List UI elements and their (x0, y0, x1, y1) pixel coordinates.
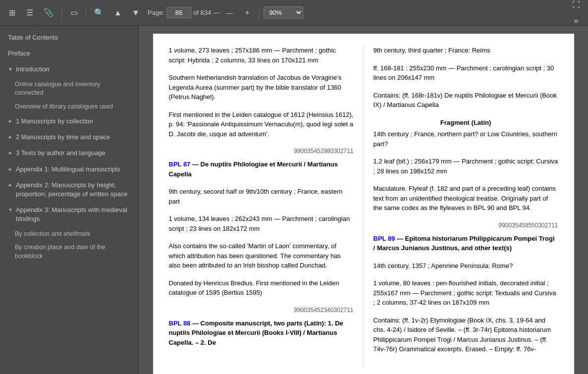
sidebar-section: ► Appendix 1: Multilingual manuscripts (8, 165, 130, 174)
block-bpl88: BPL 88 — Composite manuscript, two parts… (169, 319, 354, 348)
bpl88-link[interactable]: BPL 88 (169, 320, 191, 327)
arrow-icon: ▼ (8, 66, 13, 73)
block-maculature: Maculature. Flyleaf (f. 182 and part of … (374, 184, 558, 213)
sidebar: Table of Contents Preface ▼ Introduction… (0, 26, 139, 374)
text-contains-ff1: Contains: (ff. 1v-2r) Etymologiae (Book … (374, 316, 558, 354)
sidebar-item-label: 1 Manuscripts by collection (16, 117, 93, 126)
text-maculature: Maculature. Flyleaf (f. 182 and part of … (374, 184, 558, 213)
sidebar-item-online-catalogue[interactable]: Online catalogue and inventory connected (0, 78, 138, 100)
record-id-1: 990035452980302711 (169, 147, 354, 156)
block-first-mentioned: First mentioned in the Leiden catalogue … (169, 110, 354, 139)
sidebar-item-label: 3 Texts by author and language (16, 149, 106, 158)
arrow-icon: ▼ (8, 207, 13, 214)
sidebar-item-preface[interactable]: Preface (0, 46, 138, 61)
decrease-page-button[interactable]: — (221, 5, 237, 21)
page-input[interactable] (166, 7, 191, 18)
bpl87-subtitle: — De nuptiis Philologiae et Mercurii / M… (169, 160, 338, 178)
text-1-volume: 1 volume, 134 leaves ; 262x243 mm — Parc… (169, 214, 354, 233)
bpl87-link[interactable]: BPL 87 (169, 160, 191, 168)
sidebar-item-introduction[interactable]: ▼ Introduction (0, 61, 138, 77)
fullscreen-button[interactable]: ⛶ (568, 0, 584, 13)
page-document: 1 volume, 273 leaves ; 257x186 mm — Parc… (153, 34, 574, 374)
block-volume-info: 1 volume, 273 leaves ; 257x186 mm — Parc… (169, 46, 354, 65)
text-1-2-leaf: 1,2 leaf (bif.) ; 256x179 mm — Parchment… (374, 157, 558, 176)
bpl89-subtitle: — Epitoma historiarum Philippicarum Pomp… (374, 235, 555, 252)
text-first-mentioned: First mentioned in the Leiden catalogue … (169, 110, 354, 139)
page-total: of 834 (193, 9, 211, 16)
text-9th-century: 9th century, second half or 9th/10th cen… (169, 187, 354, 206)
sidebar-item-label: Online catalogue and inventory connected (15, 81, 100, 97)
fragment-title: Fragment (Latin) (374, 118, 558, 128)
text-9th-reims: 9th century, third quarter ; France: Rei… (374, 46, 558, 55)
toolbar: ⊞ ☰ 📎 ▭ 🔍 ▲ ▼ Page: of 834 — — + 90% 75%… (0, 0, 588, 26)
next-page-button[interactable]: ▼ (128, 5, 144, 21)
sidebar-item-appendix2[interactable]: ► Appendix 2: Manuscripts by height, pro… (0, 177, 138, 202)
block-14th-century: 14th century ; France, northern part? or… (374, 129, 558, 149)
text-1-volume-80: 1 volume, 80 leaves : pen-flourished ini… (374, 278, 558, 308)
sidebar-item-by-collection[interactable]: By collection and shelfmark (0, 227, 138, 241)
sidebar-item-label: Table of Contents (8, 34, 58, 41)
block-14th-1357: 14th century, 1357 ; Apennine Peninsula:… (374, 261, 558, 271)
block-martin-laon: Also contains the so-called 'Martin of L… (169, 241, 354, 270)
block-bpl89: BPL 89 — Epitoma historiarum Philippicar… (374, 234, 558, 253)
zoom-select[interactable]: 90% 75% 100% 125% (264, 6, 303, 19)
text-donated: Donated by Henricus Bredius. First menti… (169, 278, 354, 298)
sidebar-item-label: Preface (8, 50, 30, 57)
separator-3 (259, 6, 260, 20)
sidebar-section: ► 3 Texts by author and language (8, 149, 130, 158)
sidebar-item-texts-author[interactable]: ► 3 Texts by author and language (0, 145, 138, 161)
toolbar-right: ⛶ » (568, 0, 584, 29)
sidebar-toggle-button[interactable]: ▭ (66, 5, 82, 21)
sidebar-section: ▼ Introduction (8, 65, 130, 74)
block-9th-reims: 9th century, third quarter ; France: Rei… (374, 46, 558, 55)
prev-page-button[interactable]: ▲ (110, 5, 126, 21)
text-14th-1357: 14th century, 1357 ; Apennine Peninsula:… (374, 261, 558, 271)
sidebar-item-appendix3[interactable]: ▼ Appendix 3: Manuscripts with medieval … (0, 202, 138, 227)
list-view-button[interactable]: ☰ (22, 5, 38, 21)
text-ff168: ff. 168-181 ; 255x230 mm — Parchment ; c… (374, 63, 558, 83)
block-contains-ff1: Contains: (ff. 1v-2r) Etymologiae (Book … (374, 316, 558, 354)
block-1-2-leaf: 1,2 leaf (bif.) ; 256x179 mm — Parchment… (374, 157, 558, 176)
sidebar-item-label: Overview of library catalogues used (15, 103, 113, 110)
sidebar-item-label: Appendix 2: Manuscripts by height, propo… (16, 181, 130, 199)
sidebar-item-manuscripts-collection[interactable]: ► 1 Manuscripts by collection (0, 113, 138, 129)
sidebar-section: ► 1 Manuscripts by collection (8, 117, 130, 126)
block-1-volume-80: 1 volume, 80 leaves : pen-flourished ini… (374, 278, 558, 308)
block-1-volume: 1 volume, 134 leaves ; 262x243 mm — Parc… (169, 214, 354, 233)
block-contains-ff168: Contains: (ff. 168r-181v) De nuptiis Phi… (374, 91, 558, 110)
content-area[interactable]: 1 volume, 273 leaves ; 257x186 mm — Parc… (139, 26, 588, 374)
sidebar-item-toc[interactable]: Table of Contents (0, 30, 138, 46)
sidebar-section: ► 2 Manuscripts by time and space (8, 133, 130, 142)
sidebar-item-label: 2 Manuscripts by time and space (16, 133, 110, 142)
block-southern: Southern Netherlandish translation of Ja… (169, 73, 354, 102)
bpl88-title: BPL 88 — Composite manuscript, two parts… (169, 319, 354, 348)
sidebar-item-label: Appendix 3: Manuscripts with medieval bi… (16, 206, 130, 223)
sidebar-section: ▼ Appendix 3: Manuscripts with medieval … (8, 206, 130, 223)
sidebar-item-appendix1[interactable]: ► Appendix 1: Multilingual manuscripts (0, 161, 138, 177)
attach-button[interactable]: 📎 (40, 5, 57, 21)
separator-2 (86, 6, 86, 20)
arrow-icon: ► (8, 182, 13, 189)
bpl89-title: BPL 89 — Epitoma historiarum Philippicar… (374, 234, 558, 253)
block-bpl87: BPL 87 — De nuptiis Philologiae et Mercu… (169, 160, 354, 179)
bpl89-link[interactable]: BPL 89 (374, 235, 395, 242)
separator-1 (61, 6, 62, 20)
search-button[interactable]: 🔍 (90, 5, 108, 21)
grid-view-button[interactable]: ⊞ (4, 5, 20, 21)
sidebar-item-manuscripts-time[interactable]: ► 2 Manuscripts by time and space (0, 129, 138, 145)
text-southern: Southern Netherlandish translation of Ja… (169, 73, 354, 102)
arrow-icon: ► (8, 166, 13, 173)
sidebar-item-by-creation[interactable]: By creation place and date of the bookbl… (0, 241, 138, 263)
increase-page-button[interactable]: + (239, 5, 255, 21)
arrow-icon: ► (8, 150, 13, 157)
record-id-3: 990035458550302711 (374, 221, 558, 230)
sidebar-item-label: Introduction (16, 65, 50, 74)
text-contains-ff168: Contains: (ff. 168r-181v) De nuptiis Phi… (374, 91, 558, 110)
text-14th-century: 14th century ; France, northern part? or… (374, 129, 558, 149)
bpl87-title: BPL 87 — De nuptiis Philologiae et Mercu… (169, 160, 354, 179)
arrow-icon: ► (8, 134, 13, 141)
sidebar-item-label: By collection and shelfmark (15, 230, 90, 237)
page-navigation: Page: of 834 — — + (148, 5, 255, 21)
page-label: Page: (148, 9, 164, 16)
sidebar-item-overview-library[interactable]: Overview of library catalogues used (0, 100, 138, 114)
